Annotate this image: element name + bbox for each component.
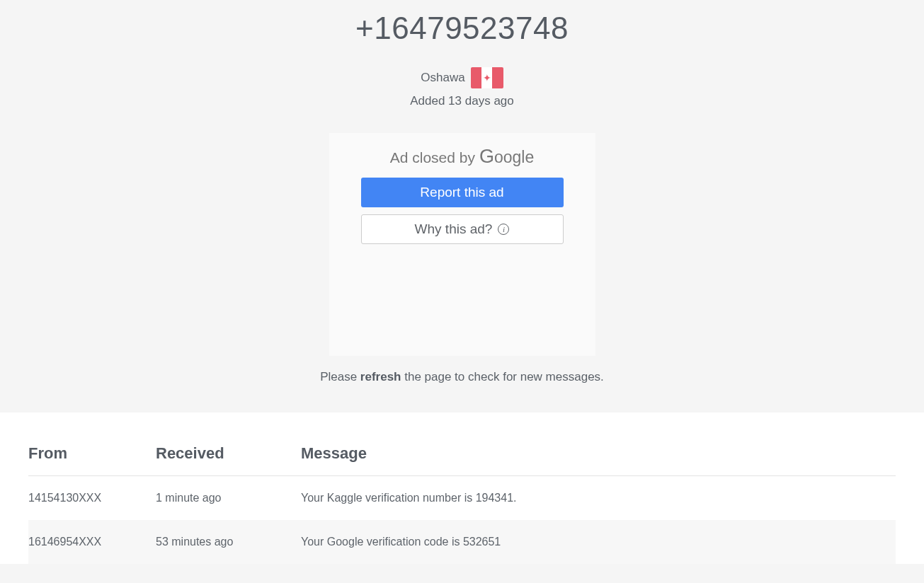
info-icon: i	[498, 224, 509, 235]
ad-closed-label: Ad closed by Google	[361, 146, 564, 168]
column-header-from: From	[28, 444, 156, 476]
column-header-message: Message	[301, 444, 896, 476]
cell-message: Your Kaggle verification number is 19434…	[301, 476, 896, 521]
cell-received: 53 minutes ago	[156, 520, 301, 564]
phone-number: +16479523748	[0, 11, 924, 46]
report-ad-button[interactable]: Report this ad	[361, 178, 564, 207]
location-row: Oshawa ✦	[0, 67, 924, 88]
header-section: +16479523748 Oshawa ✦ Added 13 days ago …	[0, 0, 924, 412]
table-row: 16146954XXX53 minutes agoYour Google ver…	[28, 520, 896, 564]
messages-section: From Received Message 14154130XXX1 minut…	[0, 412, 924, 564]
messages-table: From Received Message 14154130XXX1 minut…	[28, 444, 896, 564]
table-row: 14154130XXX1 minute agoYour Kaggle verif…	[28, 476, 896, 521]
google-logo: Google	[479, 146, 534, 168]
canada-flag-icon: ✦	[471, 67, 503, 88]
location-text: Oshawa	[421, 71, 464, 85]
cell-from: 16146954XXX	[28, 520, 156, 564]
cell-from: 14154130XXX	[28, 476, 156, 521]
refresh-hint-suffix: the page to check for new messages.	[401, 370, 604, 383]
refresh-hint-bold: refresh	[360, 370, 401, 383]
why-this-ad-label: Why this ad?	[415, 221, 493, 237]
column-header-received: Received	[156, 444, 301, 476]
added-timestamp: Added 13 days ago	[0, 94, 924, 108]
refresh-hint: Please refresh the page to check for new…	[0, 370, 924, 384]
table-header-row: From Received Message	[28, 444, 896, 476]
google-brand-rest: oogle	[494, 148, 534, 167]
cell-received: 1 minute ago	[156, 476, 301, 521]
cell-message: Your Google verification code is 532651	[301, 520, 896, 564]
ad-closed-prefix: Ad closed by	[390, 149, 475, 166]
refresh-hint-prefix: Please	[320, 370, 360, 383]
why-this-ad-button[interactable]: Why this ad? i	[361, 214, 564, 244]
ad-container: Ad closed by Google Report this ad Why t…	[329, 133, 595, 356]
